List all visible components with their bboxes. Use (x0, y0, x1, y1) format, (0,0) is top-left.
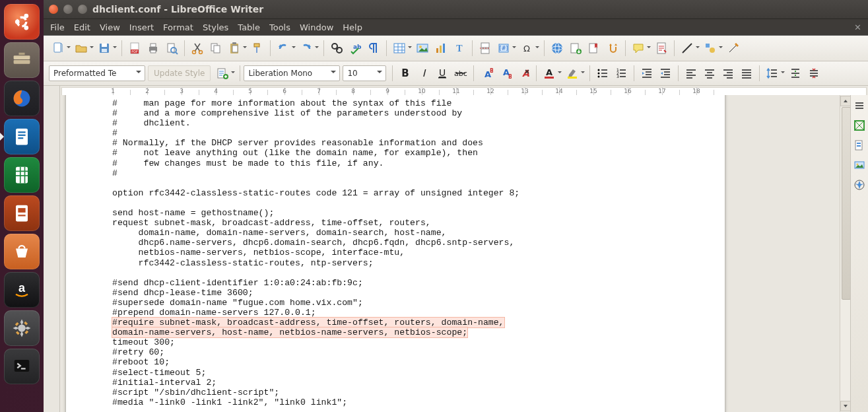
menu-table[interactable]: Table (238, 22, 260, 32)
menu-help[interactable]: Help (343, 22, 362, 32)
document-viewport[interactable]: # man page for more information about th… (60, 95, 840, 412)
paste-button[interactable] (226, 40, 243, 57)
launcher-terminal[interactable] (4, 349, 40, 384)
find-replace-button[interactable] (328, 40, 345, 57)
document-text[interactable]: # man page for more information about th… (112, 98, 725, 407)
sidebar-styles-icon[interactable] (853, 139, 866, 152)
superscript-button[interactable]: AB (478, 65, 495, 82)
underline-button[interactable]: U (434, 65, 451, 82)
launcher-software[interactable] (4, 234, 40, 269)
sidebar-navigator-icon[interactable] (853, 178, 866, 191)
insert-table-button[interactable] (391, 40, 408, 57)
menu-edit[interactable]: Edit (74, 22, 90, 32)
insert-bookmark-button[interactable] (585, 40, 603, 57)
insert-image-button[interactable] (414, 40, 431, 57)
menu-tools[interactable]: Tools (269, 22, 290, 32)
update-style-button[interactable]: Update Style (148, 65, 211, 81)
paragraph-style-combo[interactable]: Preformatted Te (49, 65, 145, 81)
sidebar-properties-icon[interactable] (853, 119, 866, 132)
app-window: dhclient.conf - LibreOffice Writer File … (44, 0, 868, 412)
align-right-button[interactable] (719, 65, 737, 82)
print-preview-button[interactable] (163, 40, 180, 57)
menu-format[interactable]: Format (163, 22, 193, 32)
svg-rect-15 (18, 215, 25, 216)
line-spacing-button[interactable] (764, 65, 781, 82)
svg-rect-39 (254, 44, 259, 47)
insert-cross-ref-button[interactable] (604, 40, 621, 57)
sidebar-settings-icon[interactable] (853, 99, 866, 112)
new-style-button[interactable] (214, 65, 231, 82)
launcher-firefox[interactable] (4, 81, 40, 116)
scroll-thumb[interactable] (842, 107, 851, 300)
insert-textbox-button[interactable]: T (451, 40, 468, 57)
decrease-indent-button[interactable] (657, 65, 674, 82)
vertical-ruler[interactable] (44, 95, 60, 412)
number-list-button[interactable]: 123 (613, 65, 630, 82)
menu-file[interactable]: File (50, 22, 65, 32)
menu-view[interactable]: View (100, 22, 120, 32)
clear-formatting-button[interactable]: A (515, 65, 532, 82)
bold-button[interactable]: B (397, 65, 414, 82)
launcher-files[interactable] (4, 42, 40, 78)
vertical-scrollbar[interactable] (840, 95, 851, 412)
insert-page-break-button[interactable] (477, 40, 494, 57)
show-draw-functions-button[interactable] (725, 40, 742, 57)
window-minimize-button[interactable] (63, 5, 73, 14)
save-button[interactable] (96, 40, 113, 57)
titlebar[interactable]: dhclient.conf - LibreOffice Writer (44, 0, 868, 19)
align-center-button[interactable] (701, 65, 718, 82)
strikethrough-button[interactable]: abc (452, 65, 469, 82)
decrease-para-spacing-button[interactable] (805, 65, 822, 82)
insert-special-char-button[interactable]: Ω (518, 40, 535, 57)
track-changes-button[interactable] (653, 40, 670, 57)
bullet-list-button[interactable] (594, 65, 611, 82)
spellcheck-button[interactable]: abc (347, 40, 364, 57)
new-document-button[interactable] (50, 40, 67, 57)
launcher-settings[interactable] (4, 310, 40, 346)
subscript-button[interactable]: AB (496, 65, 514, 82)
window-close-button[interactable] (49, 5, 58, 14)
insert-chart-button[interactable] (432, 40, 450, 57)
launcher-calc[interactable] (4, 157, 40, 193)
undo-button[interactable] (275, 40, 292, 57)
export-pdf-button[interactable]: PDF (126, 40, 143, 57)
cut-button[interactable] (189, 40, 206, 57)
font-size-combo[interactable]: 10 (343, 65, 386, 81)
basic-shapes-button[interactable] (702, 40, 719, 57)
align-justify-button[interactable] (738, 65, 755, 82)
menu-styles[interactable]: Styles (203, 22, 228, 32)
font-name-combo[interactable]: Liberation Mono (244, 65, 340, 81)
page: # man page for more information about th… (65, 95, 725, 412)
increase-para-spacing-button[interactable] (787, 65, 804, 82)
launcher-amazon[interactable]: a (4, 272, 40, 308)
menu-insert[interactable]: Insert (129, 22, 154, 32)
insert-field-button[interactable]: [#] (495, 40, 512, 57)
scroll-down-button[interactable] (840, 401, 851, 411)
print-button[interactable] (145, 40, 162, 57)
copy-button[interactable] (207, 40, 224, 57)
insert-hyperlink-button[interactable] (549, 40, 566, 57)
launcher-dash[interactable] (4, 4, 40, 40)
redo-button[interactable] (298, 40, 315, 57)
line-drawing-button[interactable] (679, 40, 696, 57)
clone-formatting-button[interactable] (249, 40, 266, 57)
sidebar-gallery-icon[interactable] (853, 158, 866, 172)
scroll-up-button[interactable] (840, 96, 851, 106)
increase-indent-button[interactable] (638, 65, 655, 82)
svg-point-82 (598, 73, 600, 75)
highlight-color-button[interactable] (564, 65, 581, 82)
insert-footnote-button[interactable] (567, 40, 584, 57)
window-maximize-button[interactable] (78, 5, 87, 14)
menu-window[interactable]: Window (300, 22, 333, 32)
italic-button[interactable]: I (415, 65, 432, 82)
launcher-impress[interactable] (4, 195, 40, 231)
align-left-button[interactable] (683, 65, 700, 82)
insert-comment-button[interactable] (630, 40, 647, 57)
scroll-track[interactable] (841, 107, 850, 400)
svg-text:T: T (456, 44, 463, 53)
font-color-button[interactable]: A (541, 65, 558, 82)
launcher-writer[interactable] (4, 119, 40, 154)
close-document-button[interactable]: ✕ (854, 22, 861, 32)
open-button[interactable] (73, 40, 90, 57)
formatting-marks-button[interactable] (365, 40, 382, 57)
